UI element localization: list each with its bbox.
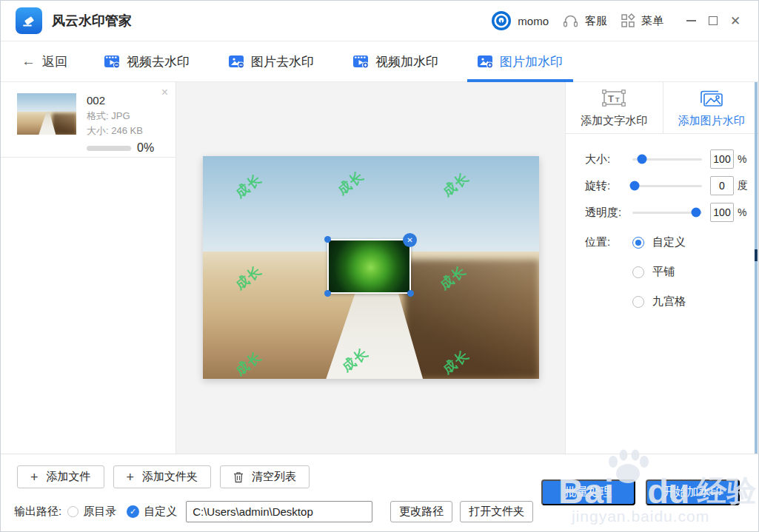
remove-file-icon[interactable]: ×	[161, 87, 168, 98]
back-arrow-icon: ←	[21, 53, 36, 70]
output-path-input[interactable]	[186, 501, 372, 522]
tab-image-remove-watermark[interactable]: 图片去水印	[223, 41, 320, 82]
tab-add-text-watermark[interactable]: T T 添加文字水印	[566, 82, 663, 133]
jingyan-url: jingyan.baidu.com	[572, 508, 709, 525]
app-window: { "colors": { "accent": "#2b7de9", "wate…	[0, 0, 759, 532]
menu-button[interactable]: 菜单	[621, 13, 663, 28]
minimize-button[interactable]	[680, 10, 702, 32]
file-format: 格式: JPG	[87, 109, 154, 124]
tab-video-remove-watermark[interactable]: 视频去水印	[98, 41, 195, 82]
rotate-unit: 度	[738, 179, 749, 192]
radio-custom-position[interactable]: 自定义	[632, 235, 686, 249]
image-watermark-selected[interactable]: ✕	[327, 239, 411, 294]
add-folder-button[interactable]: + 添加文件夹	[113, 465, 212, 488]
rotate-slider-thumb[interactable]	[629, 181, 639, 191]
preview-area: 成长 成长 成长 成长 成长 成长 成长 成长 ✕	[176, 82, 565, 454]
size-slider-thumb[interactable]	[638, 155, 647, 164]
opacity-value-input[interactable]: 100	[710, 203, 734, 222]
delete-watermark-icon[interactable]: ✕	[403, 233, 417, 247]
original-dir-label[interactable]: 原目录	[83, 505, 116, 519]
size-label: 大小:	[585, 152, 632, 166]
check-custom-dir[interactable]: ✓	[127, 505, 139, 518]
scrollbar-thumb[interactable]	[755, 249, 758, 261]
size-unit: %	[738, 153, 749, 165]
tab-label: 视频加水印	[375, 53, 438, 70]
rotate-value-input[interactable]: 0	[710, 176, 734, 195]
support-label: 客服	[585, 14, 607, 28]
clear-list-label: 清空列表	[252, 470, 296, 484]
image-watermark-icon	[698, 88, 725, 109]
svg-text:T: T	[615, 95, 620, 103]
maximize-icon	[709, 16, 718, 25]
size-value-input[interactable]: 100	[710, 149, 734, 169]
opacity-slider[interactable]	[632, 212, 702, 214]
back-button[interactable]: ← 返回	[21, 53, 67, 70]
close-icon: ✕	[730, 15, 740, 27]
progress-bar	[87, 146, 131, 151]
headset-icon	[562, 13, 579, 28]
preview-image[interactable]: 成长 成长 成长 成长 成长 成长 成长 成长 ✕	[203, 156, 539, 379]
resize-handle-top-left[interactable]	[324, 236, 331, 243]
custom-dir-label[interactable]: 自定义	[144, 505, 177, 519]
open-folder-button[interactable]: 打开文件夹	[460, 501, 533, 522]
trash-icon	[233, 471, 244, 483]
rotate-slider[interactable]	[632, 185, 702, 187]
tab-add-image-watermark[interactable]: 添加图片水印	[663, 82, 759, 133]
file-thumbnail	[17, 93, 76, 135]
start-watermark-button[interactable]: 开始加水印	[646, 479, 740, 505]
opacity-unit: %	[738, 206, 749, 218]
change-path-button[interactable]: 更改路径	[390, 501, 452, 522]
tab-image-add-watermark[interactable]: 图片加水印	[472, 41, 569, 82]
radio-label: 平铺	[652, 265, 675, 279]
minimize-icon	[686, 20, 696, 21]
footer: + 添加文件 + 添加文件夹 清空列表 批量处理 开始加水印 输出路径: 原目录…	[1, 454, 758, 531]
back-label: 返回	[42, 53, 67, 70]
support-button[interactable]: 客服	[562, 13, 607, 28]
file-list-item[interactable]: 002 格式: JPG 大小: 246 KB 0% ×	[1, 82, 175, 158]
tab-label: 视频去水印	[127, 53, 190, 70]
rotate-label: 旋转:	[585, 179, 632, 193]
rotate-slider-row: 旋转: 0 度	[585, 172, 749, 199]
tab-video-add-watermark[interactable]: 视频加水印	[347, 41, 444, 82]
position-label: 位置:	[585, 235, 632, 309]
resize-handle-bottom-left[interactable]	[324, 290, 331, 297]
plus-icon: +	[127, 471, 135, 484]
opacity-label: 透明度:	[585, 206, 632, 220]
clear-list-button[interactable]: 清空列表	[220, 465, 310, 488]
image-add-watermark-icon	[478, 55, 493, 68]
maximize-button[interactable]	[702, 10, 724, 32]
vertical-scrollbar[interactable]	[755, 82, 758, 454]
radio-tile[interactable]: 平铺	[632, 265, 686, 279]
avatar	[491, 10, 512, 31]
panel-tab-label: 添加文字水印	[581, 114, 647, 128]
window-controls: ✕	[680, 10, 746, 32]
file-size: 大小: 246 KB	[87, 124, 154, 138]
tab-label: 图片去水印	[251, 53, 314, 70]
watermark-settings-panel: T T 添加文字水印 添加图片水印 大小: 100 % 旋转:	[565, 82, 759, 454]
size-slider[interactable]	[632, 158, 702, 161]
tab-label: 图片加水印	[500, 53, 563, 70]
add-file-button[interactable]: + 添加文件	[17, 465, 104, 488]
radio-nine-grid[interactable]: 九宫格	[632, 294, 686, 309]
progress-label: 0%	[137, 141, 154, 155]
app-logo-icon	[16, 7, 42, 34]
batch-process-button[interactable]: 批量处理	[541, 479, 635, 505]
titlebar: 风云水印管家 momo 客服	[1, 1, 758, 41]
size-slider-row: 大小: 100 %	[585, 146, 749, 172]
resize-handle-bottom-right[interactable]	[407, 290, 414, 297]
file-name: 002	[87, 94, 154, 107]
output-path-label: 输出路径:	[14, 505, 61, 519]
image-remove-watermark-icon	[229, 55, 244, 68]
grid-menu-icon	[621, 13, 635, 28]
svg-text:T: T	[608, 92, 614, 104]
panel-tab-label: 添加图片水印	[678, 114, 745, 128]
radio-original-dir[interactable]	[67, 506, 78, 517]
menu-label: 菜单	[641, 14, 663, 28]
text-watermark-icon: T T	[601, 88, 627, 109]
radio-icon	[632, 266, 644, 278]
opacity-slider-thumb[interactable]	[692, 208, 701, 218]
app-title: 风云水印管家	[52, 12, 132, 30]
user-account[interactable]: momo	[491, 10, 549, 31]
add-folder-label: 添加文件夹	[142, 470, 198, 484]
close-button[interactable]: ✕	[724, 10, 746, 32]
